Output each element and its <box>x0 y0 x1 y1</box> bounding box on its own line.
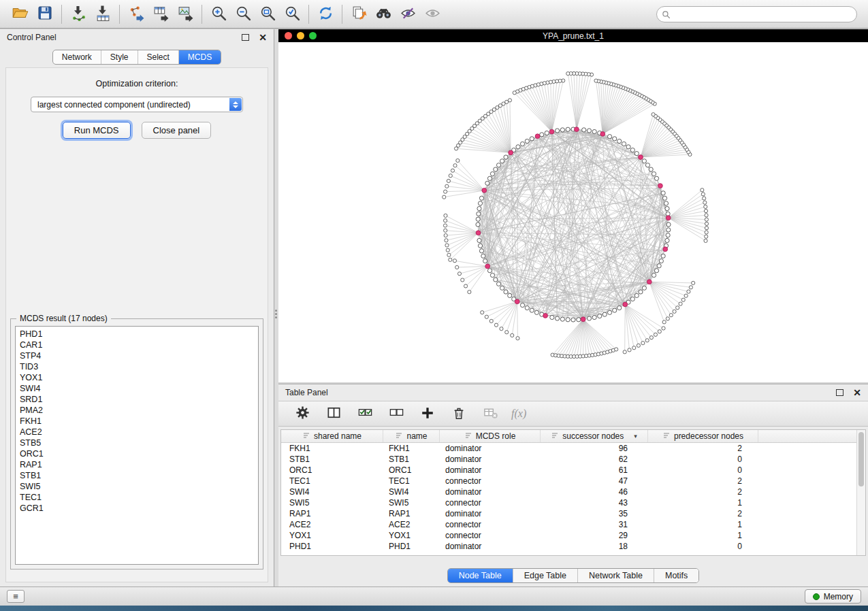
task-history-button[interactable]: ≡ <box>7 590 25 603</box>
table-scrollbar[interactable] <box>856 430 865 555</box>
table-cell[interactable]: SWI5 <box>281 498 383 508</box>
table-cell[interactable]: 47 <box>541 476 648 486</box>
table-cell[interactable]: FKH1 <box>383 444 440 453</box>
mcds-result-item[interactable]: ACE2 <box>16 427 258 437</box>
table-row[interactable]: FKH1FKH1dominator962 <box>281 443 865 454</box>
table-cell[interactable]: SWI4 <box>281 487 383 497</box>
table-cell[interactable]: PHD1 <box>383 542 440 551</box>
tab-node-table[interactable]: Node Table <box>448 569 513 582</box>
export-image-button[interactable] <box>173 3 197 25</box>
table-cell[interactable]: 61 <box>541 465 648 475</box>
search-network-button[interactable] <box>371 3 396 25</box>
table-cell[interactable]: dominator <box>440 455 541 464</box>
zoom-in-button[interactable] <box>206 3 231 25</box>
tab-network-table[interactable]: Network Table <box>577 569 654 582</box>
table-cell[interactable]: SWI4 <box>383 487 440 497</box>
table-cell[interactable]: RAP1 <box>383 509 440 518</box>
table-cell[interactable]: 2 <box>648 476 758 486</box>
table-cell[interactable]: connector <box>440 531 541 540</box>
table-cell[interactable]: 29 <box>541 531 648 540</box>
table-cell[interactable]: STB1 <box>281 455 383 464</box>
table-cell[interactable]: 0 <box>648 465 758 475</box>
table-cell[interactable]: ORC1 <box>281 465 383 475</box>
mcds-result-item[interactable]: CAR1 <box>16 340 258 350</box>
column-header-mcds-role[interactable]: MCDS role <box>440 430 541 442</box>
mcds-result-item[interactable]: TID3 <box>16 361 258 372</box>
mcds-result-item[interactable]: RAP1 <box>16 459 258 470</box>
table-row[interactable]: SWI4SWI4dominator462 <box>281 486 865 497</box>
table-cell[interactable]: 1 <box>648 531 758 540</box>
table-cell[interactable]: 35 <box>541 509 648 518</box>
delete-table-button[interactable] <box>481 405 499 423</box>
mcds-result-item[interactable]: SRD1 <box>16 394 258 405</box>
table-cell[interactable]: dominator <box>440 465 541 475</box>
import-table-file-button[interactable] <box>91 3 115 25</box>
tab-style[interactable]: Style <box>101 50 138 64</box>
run-mcds-button[interactable]: Run MCDS <box>63 122 131 139</box>
float-table-panel-icon[interactable] <box>836 389 843 396</box>
function-builder-button[interactable]: f(x) <box>513 405 530 423</box>
table-row[interactable]: STB1STB1dominator620 <box>281 454 865 465</box>
table-cell[interactable]: 2 <box>648 444 758 453</box>
tab-edge-table[interactable]: Edge Table <box>513 569 577 582</box>
table-cell[interactable]: dominator <box>440 509 541 518</box>
table-cell[interactable]: 46 <box>541 487 648 497</box>
table-cell[interactable]: PHD1 <box>281 542 383 551</box>
table-cell[interactable]: 2 <box>648 487 758 497</box>
table-cell[interactable]: FKH1 <box>281 444 383 453</box>
sort-direction-icon[interactable]: ▾ <box>634 433 637 440</box>
table-row[interactable]: ACE2ACE2connector311 <box>281 519 865 530</box>
export-network-button[interactable] <box>124 3 148 25</box>
table-cell[interactable]: 0 <box>648 542 758 551</box>
table-scrollbar-thumb[interactable] <box>858 432 864 486</box>
column-header-successor-nodes[interactable]: successor nodes▾ <box>541 430 648 442</box>
table-row[interactable]: TEC1TEC1connector472 <box>281 476 865 486</box>
table-cell[interactable]: SWI5 <box>383 498 440 508</box>
mcds-result-item[interactable]: SWI5 <box>16 481 258 492</box>
close-panel-button[interactable]: Close panel <box>142 122 212 139</box>
table-cell[interactable]: ORC1 <box>383 465 440 475</box>
mcds-result-item[interactable]: TEC1 <box>16 492 258 503</box>
memory-button[interactable]: Memory <box>805 589 861 604</box>
open-file-button[interactable] <box>8 3 33 25</box>
table-cell[interactable]: 1 <box>648 520 758 529</box>
table-row[interactable]: PHD1PHD1dominator180 <box>281 541 865 552</box>
mcds-result-item[interactable]: YOX1 <box>16 372 258 383</box>
show-columns-button[interactable] <box>325 405 342 423</box>
table-cell[interactable]: dominator <box>440 444 541 453</box>
table-cell[interactable]: 31 <box>541 520 648 529</box>
column-header-shared-name[interactable]: shared name <box>281 430 383 442</box>
tab-mcds[interactable]: MCDS <box>178 50 221 64</box>
table-cell[interactable]: dominator <box>440 542 541 551</box>
table-cell[interactable]: STB1 <box>383 455 440 464</box>
create-column-button[interactable] <box>419 405 436 423</box>
save-session-button[interactable] <box>33 3 57 25</box>
table-row[interactable]: SWI5SWI5connector431 <box>281 497 865 508</box>
table-cell[interactable]: connector <box>440 476 541 486</box>
mcds-result-item[interactable]: PHD1 <box>16 329 258 340</box>
clone-network-button[interactable] <box>347 3 371 25</box>
table-cell[interactable]: TEC1 <box>281 476 383 486</box>
mcds-result-item[interactable]: STB5 <box>16 437 258 448</box>
mcds-result-item[interactable]: STP4 <box>16 350 258 361</box>
tab-network[interactable]: Network <box>53 50 101 64</box>
table-cell[interactable]: 18 <box>541 542 648 551</box>
float-panel-icon[interactable] <box>242 34 249 41</box>
close-table-panel-icon[interactable]: ✕ <box>853 389 861 396</box>
import-network-file-button[interactable] <box>66 3 91 25</box>
mcds-result-item[interactable]: ORC1 <box>16 448 258 459</box>
close-window-icon[interactable] <box>285 32 292 39</box>
column-header-predecessor-nodes[interactable]: predecessor nodes <box>648 430 758 442</box>
criterion-dropdown[interactable]: largest connected component (undirected) <box>31 97 243 112</box>
table-row[interactable]: RAP1RAP1dominator352 <box>281 508 865 519</box>
table-row[interactable]: ORC1ORC1dominator610 <box>281 465 865 476</box>
mcds-result-item[interactable]: PMA2 <box>16 405 258 416</box>
table-cell[interactable]: YOX1 <box>281 531 383 540</box>
table-cell[interactable]: 0 <box>648 455 758 464</box>
column-header-name[interactable]: name <box>383 430 440 442</box>
mcds-result-item[interactable]: FKH1 <box>16 416 258 427</box>
deselect-all-button[interactable] <box>387 405 405 423</box>
table-cell[interactable]: TEC1 <box>383 476 440 486</box>
zoom-fit-button[interactable] <box>255 3 280 25</box>
table-cell[interactable]: connector <box>440 520 541 529</box>
